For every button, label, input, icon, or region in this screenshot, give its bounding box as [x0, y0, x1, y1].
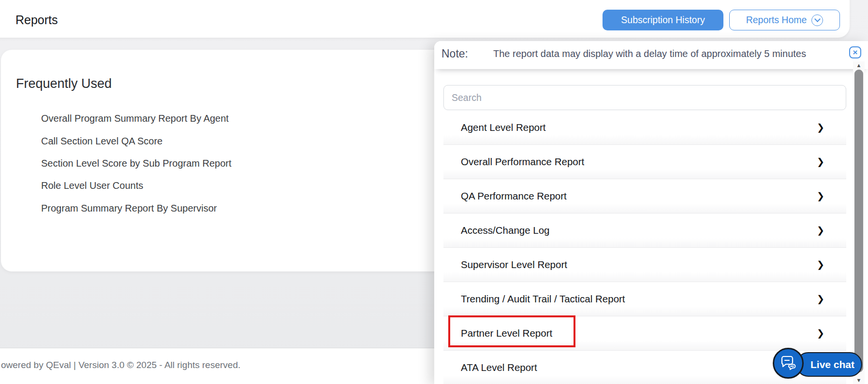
reports-page: Reports Subscription History Reports Hom… [0, 0, 868, 384]
report-item-label: Supervisor Level Report [461, 259, 567, 270]
chevron-right-icon: ❯ [817, 293, 824, 304]
subscription-history-label: Subscription History [621, 14, 705, 26]
close-icon[interactable]: × [849, 46, 861, 58]
frequently-used-item[interactable]: Program Summary Report By Supervisor [41, 203, 217, 214]
chevron-right-icon: ❯ [817, 156, 824, 167]
scrollbar[interactable]: ▲ ▼ [853, 61, 865, 384]
live-chat-label: Live chat [810, 359, 854, 370]
scroll-up-icon[interactable]: ▲ [853, 61, 865, 69]
report-item-overall-performance[interactable]: Overall Performance Report ❯ [443, 145, 846, 179]
report-item-partner-level[interactable]: Partner Level Report ❯ [443, 316, 846, 351]
chevron-right-icon: ❯ [817, 122, 824, 133]
report-item-label: QA Performance Report [461, 190, 567, 202]
scrollbar-thumb[interactable] [854, 70, 863, 372]
subscription-history-button[interactable]: Subscription History [603, 10, 723, 30]
reports-dropdown-panel: Agent Level Report ❯ Overall Performance… [434, 41, 868, 384]
report-item-trending-audit-tactical[interactable]: Trending / Audit Trail / Tactical Report… [443, 282, 846, 316]
report-item-label: Trending / Audit Trail / Tactical Report [461, 293, 625, 305]
page-title: Reports [15, 13, 58, 27]
report-item-label: Access/Change Log [461, 225, 549, 236]
chevron-right-icon: ❯ [817, 225, 824, 236]
chevron-right-icon: ❯ [817, 190, 824, 201]
note-banner: Note: The report data may display with a… [434, 41, 868, 69]
report-item-agent-level[interactable]: Agent Level Report ❯ [443, 111, 846, 145]
chevron-down-circle-icon [811, 14, 823, 26]
frequently-used-item[interactable]: Role Level User Counts [41, 180, 143, 191]
frequently-used-item[interactable]: Call Section Level QA Score [41, 136, 162, 147]
report-item-supervisor-level[interactable]: Supervisor Level Report ❯ [443, 248, 846, 282]
note-message: The report data may display with a delay… [493, 48, 806, 59]
chevron-right-icon: ❯ [817, 327, 824, 339]
report-item-access-change-log[interactable]: Access/Change Log ❯ [443, 213, 846, 248]
footer-copyright: owered by QEval | Version 3.0 © 2025 - A… [1, 360, 240, 370]
live-chat-pill[interactable]: Live chat [796, 352, 862, 377]
report-item-label: ATA Level Report [461, 362, 537, 373]
chat-bubble-icon[interactable] [773, 348, 804, 379]
report-item-qa-performance[interactable]: QA Performance Report ❯ [443, 179, 846, 213]
report-item-label: Overall Performance Report [461, 156, 584, 168]
reports-home-label: Reports Home [746, 14, 807, 26]
chevron-right-icon: ❯ [817, 259, 824, 270]
frequently-used-item[interactable]: Overall Program Summary Report By Agent [41, 113, 229, 124]
note-label: Note: [441, 47, 468, 60]
frequently-used-title: Frequently Used [16, 76, 112, 91]
search-input[interactable] [443, 85, 846, 110]
live-chat-button[interactable]: Live chat [773, 348, 864, 380]
reports-home-button[interactable]: Reports Home [729, 10, 840, 30]
report-item-label: Partner Level Report [461, 327, 552, 339]
report-item-label: Agent Level Report [461, 122, 546, 133]
frequently-used-item[interactable]: Section Level Score by Sub Program Repor… [41, 158, 232, 169]
